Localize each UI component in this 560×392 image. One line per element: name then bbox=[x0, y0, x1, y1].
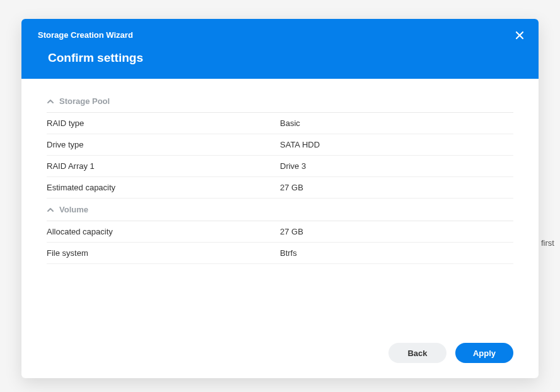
step-heading: Confirm settings bbox=[38, 51, 522, 65]
row-value: Btrfs bbox=[280, 248, 513, 258]
row-drive-type: Drive type SATA HDD bbox=[47, 134, 513, 156]
row-label: Drive type bbox=[47, 140, 280, 149]
dialog-title: Storage Creation Wizard bbox=[38, 30, 522, 40]
row-label: Allocated capacity bbox=[47, 227, 280, 236]
row-raid-type: RAID type Basic bbox=[47, 113, 513, 134]
section-header-volume[interactable]: Volume bbox=[47, 199, 513, 221]
row-label: File system bbox=[47, 248, 280, 258]
row-estimated-capacity: Estimated capacity 27 GB bbox=[47, 177, 513, 199]
row-value: Basic bbox=[280, 118, 513, 128]
chevron-up-icon bbox=[47, 206, 54, 214]
row-value: Drive 3 bbox=[280, 161, 513, 171]
dialog-content: Storage Pool RAID type Basic Drive type … bbox=[21, 79, 539, 331]
row-value: 27 GB bbox=[280, 227, 513, 236]
row-label: RAID Array 1 bbox=[47, 161, 280, 171]
close-icon bbox=[515, 31, 524, 40]
close-button[interactable] bbox=[512, 28, 527, 43]
row-value: SATA HDD bbox=[280, 140, 513, 149]
row-label: Estimated capacity bbox=[47, 183, 280, 192]
section-title: Storage Pool bbox=[59, 96, 110, 106]
section-header-storage-pool[interactable]: Storage Pool bbox=[47, 90, 513, 113]
dialog-header: Storage Creation Wizard Confirm settings bbox=[21, 19, 539, 79]
back-button[interactable]: Back bbox=[388, 343, 446, 363]
apply-button[interactable]: Apply bbox=[455, 343, 513, 363]
chevron-up-icon bbox=[47, 98, 54, 105]
section-title: Volume bbox=[59, 205, 88, 214]
dialog-footer: Back Apply bbox=[21, 331, 539, 378]
row-value: 27 GB bbox=[280, 183, 513, 192]
row-file-system: File system Btrfs bbox=[47, 243, 513, 264]
background-text: first bbox=[541, 238, 554, 248]
row-allocated-capacity: Allocated capacity 27 GB bbox=[47, 221, 513, 243]
storage-wizard-dialog: Storage Creation Wizard Confirm settings… bbox=[21, 19, 539, 378]
row-label: RAID type bbox=[47, 118, 280, 128]
row-raid-array-1: RAID Array 1 Drive 3 bbox=[47, 156, 513, 177]
